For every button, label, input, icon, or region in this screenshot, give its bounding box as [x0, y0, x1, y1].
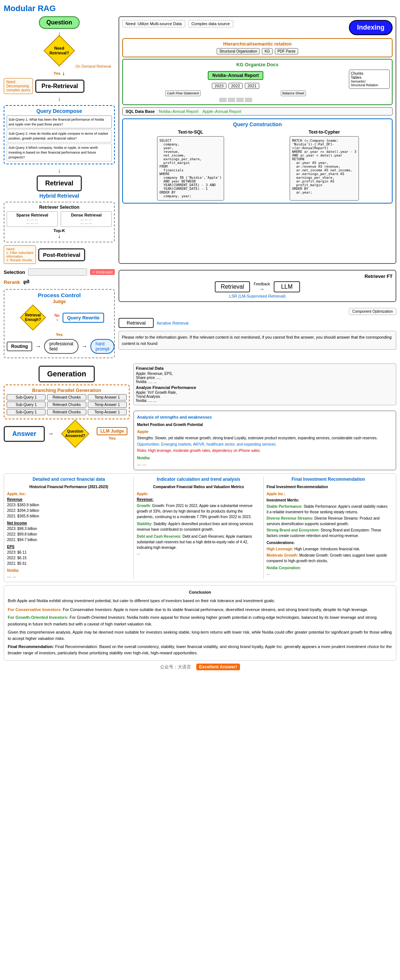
- retrieval-enough-diamond: RetrievalEnough?: [14, 306, 51, 329]
- strengths-title: Analysis of strengths and weaknesses: [137, 414, 393, 420]
- retriever-ft-box: Retriever FT Retrieval Feedback → LLM LS…: [118, 270, 396, 302]
- financial-data-box: Financial Data Apple: Revenue, EPS, Shar…: [133, 363, 396, 405]
- excellent-badge: Excellent Answer!: [196, 663, 241, 670]
- branch-row-1: Sub-Query 1 Relevant Chunks Temp Answer …: [7, 394, 127, 401]
- inv-merits-label: Investment Merits:: [267, 497, 390, 503]
- branching-box: Branching Parallel Generation Sub-Query …: [4, 385, 130, 419]
- routing-box: Routing: [7, 342, 32, 351]
- selection-label: Selection: [4, 269, 25, 275]
- iterative-label: Iterative Retrieval: [157, 321, 188, 325]
- market-title: Market Position and Growth Potential: [137, 422, 393, 428]
- process-control-left: Selection × irrelevant Rerank ⇌ Process …: [4, 267, 115, 361]
- query-construction-box: Query Construction Text-to-SQL SELECT co…: [122, 118, 393, 204]
- temp-ans-1a: Temp Answer 1: [88, 394, 127, 401]
- eps-2023: 2023: $6.11: [7, 550, 131, 555]
- retrieval-node: Retrieval: [37, 175, 82, 191]
- conclusion-box: Conclusion Both Apple and Nvidia exhibit…: [4, 585, 396, 660]
- nvidia-strengths-label: Nvidia:: [137, 455, 393, 461]
- sub-query-1c: Sub-Query 1: [7, 409, 46, 415]
- growth-text: Growth: Growth: From 2021 to 2022, Apple…: [137, 503, 260, 520]
- question-node: Question: [39, 16, 79, 29]
- question-answered-diamond: QuestionAnswered?: [57, 422, 94, 445]
- right-process: Retriever FT Retrieval Feedback → LLM LS…: [118, 267, 396, 361]
- query-decompose-title: Query Decompose: [7, 108, 112, 114]
- pre-retrieval-row: Need: Decomposing complex query Pre-Retr…: [4, 78, 115, 94]
- pre-retrieval-node: Pre-Retrieval: [35, 80, 84, 93]
- diverse-rev-text: Diverse Revenue Streams: Diverse Revenue…: [267, 515, 390, 527]
- rel-chunks-1a: Relevant Chunks: [47, 394, 86, 401]
- footer-row: 公众号：大语言 Excellent Answer!: [4, 663, 396, 670]
- debt-text: Debt and Cash Reserves: Debt and Cash Re…: [137, 534, 260, 550]
- hint-box: Please refer to the information given. I…: [118, 331, 396, 350]
- sql-db-label: SQL Data Base: [126, 109, 155, 114]
- sub-query2: Sub-Query 2: How do Nvidia and Apple com…: [7, 129, 112, 143]
- given-text: Given this comprehensive analysis, Apple…: [8, 629, 392, 642]
- data-col-3-content: Final Investment Recommendation Apple In…: [267, 484, 390, 576]
- gen-right: Financial Data Apple: Revenue, EPS, Shar…: [133, 363, 396, 470]
- rel-chunks-1b: Relevant Chunks: [47, 401, 86, 408]
- cypher-code: MATCH (c:Company {name: 'Nvidia'})-[:Pat…: [290, 136, 359, 200]
- no-label: No: [54, 313, 60, 318]
- hybrid-retrieval-label: Hybrid Retrieval: [39, 193, 79, 199]
- rev-2021: 2021: $365.8 billion: [7, 513, 131, 519]
- gen-left: Generation Branching Parallel Generation…: [4, 363, 130, 470]
- hard-prompt-box: hard prompt: [90, 339, 115, 354]
- year-2023: 2023: [212, 83, 226, 89]
- post-retrieval-row: Need: 1. Filter redundant information 2.…: [4, 245, 115, 264]
- ni-2022: 2022: $99.8 billion: [7, 531, 131, 537]
- kg-title: KG Organize Docs: [125, 62, 390, 67]
- generation-section: Generation Branching Parallel Generation…: [4, 363, 396, 470]
- feedback-label: Feedback: [254, 282, 270, 286]
- rel-chunks-1c: Relevant Chunks: [47, 409, 86, 415]
- col1-title: Detailed and correct financial data: [7, 477, 131, 482]
- question-answered-label: QuestionAnswered?: [65, 429, 85, 438]
- moderate-growth-text: Moderate Growth: Moderate Growth: Growth…: [267, 552, 390, 564]
- considerations-label: Considerations:: [267, 540, 390, 546]
- nvidia-data-label: Nvidia:: [7, 568, 131, 573]
- sub-query-1b: Sub-Query 1: [7, 401, 46, 408]
- high-lev-text: High Leverage: High Leverage: Introduces…: [267, 546, 390, 552]
- professional-field-box: professional field: [44, 339, 78, 354]
- revenue-label-1: Revenue: [7, 497, 131, 502]
- process-control-box: Process Control Judge RetrievalEnough? N…: [4, 289, 115, 358]
- hist-title: Historical Financial Performance (2021-2…: [7, 484, 131, 490]
- iterative-retrieval-row: Retrieval Iterative Retrieval: [118, 318, 396, 328]
- rev-2022: 2022: $394.3 billion: [7, 508, 131, 513]
- bottom-data-section: Detailed and correct financial data Hist…: [4, 473, 396, 582]
- need-retrieval-label: Need Retrieval?: [49, 46, 70, 56]
- retrieval-iter-node: Retrieval: [118, 318, 154, 328]
- retriever-selection-title: Retriever Selection: [7, 205, 112, 210]
- apple-revenue-text: Apple: Revenue, EPS, Share price .....: [136, 372, 394, 380]
- branching-title: Branching Parallel Generation: [7, 388, 127, 393]
- need-post-box: Need: 1. Filter redundant information 2.…: [4, 245, 36, 264]
- post-retrieval-node: Post-Retrieval: [38, 248, 85, 261]
- data-col-2-content: Comparative Financial Ratios and Valuati…: [137, 484, 260, 556]
- hier-title: Hierarchical/semantic relation: [125, 41, 390, 47]
- pdf-parse-label: PDF Parse: [275, 48, 298, 54]
- ni-2023: 2023: $98.3 billion: [7, 526, 131, 531]
- final-rec-text: Final Recommendation: Final Recommendati…: [8, 644, 392, 657]
- branch-row-2: Sub-Query 1 Relevant Chunks Temp Answer …: [7, 401, 127, 408]
- apple-data-label: Apple, Inc:: [7, 491, 131, 497]
- rev-2023: 2023: $383.9 billion: [7, 502, 131, 508]
- sparse-retrieval-label: Sparse Retrieval — — — — — —: [7, 211, 58, 227]
- yes-label-2: Yes: [56, 332, 63, 337]
- indexing-node: Indexing: [349, 20, 393, 35]
- revenue-col2-label: Revenue:: [137, 497, 260, 502]
- conclusion-title: Conclusion: [8, 589, 392, 596]
- tables-label: Tables: [351, 75, 388, 80]
- temp-ans-1c: Temp Answer 1: [88, 409, 127, 415]
- net-income-label: Net Income: [7, 520, 131, 526]
- col2-title: Indicator calculation and trend analysis: [137, 477, 260, 482]
- complex-source-label: Complex data source: [188, 20, 233, 27]
- nvidia-etc-text: .... ....: [137, 461, 393, 467]
- stable-perf-text: Stable Performance: Stable Performance: …: [267, 504, 390, 515]
- structural-org: Structural Organization: [217, 48, 260, 54]
- on-demand-label: On Demand Retrieval: [76, 64, 111, 68]
- nvidia-data-etc: .... ....: [7, 573, 131, 579]
- need-retrieval-diamond: Need Retrieval?: [39, 38, 80, 63]
- eps-label: EPS: [7, 544, 131, 550]
- sql-apple-label: Apple–Annual Report: [202, 109, 241, 114]
- year-2022: 2022: [228, 83, 242, 89]
- feedback-row: Retrieval Feedback → LLM: [122, 281, 393, 293]
